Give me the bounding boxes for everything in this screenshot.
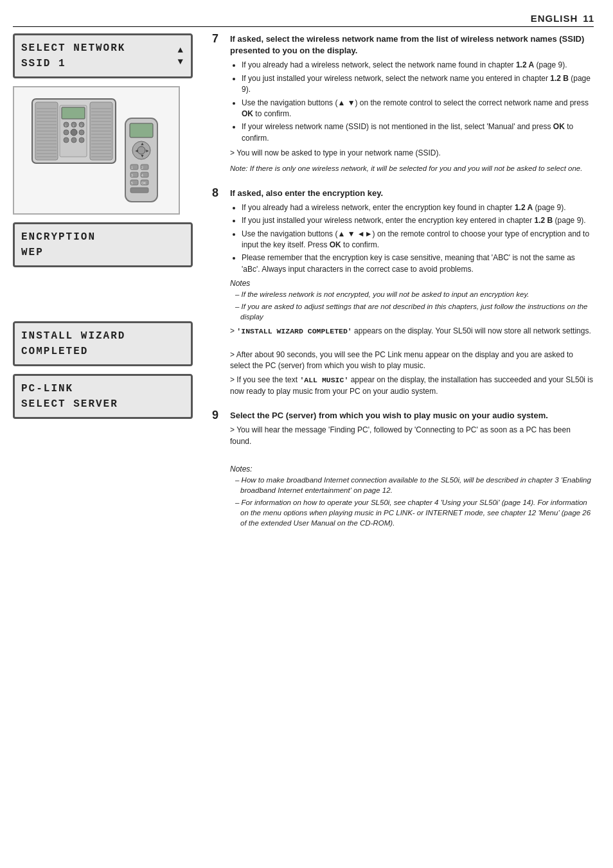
step-8-title: If asked, also enter the encryption key. [230,188,594,199]
page-header: ENGLISH 11 [13,13,594,27]
lcd-line2-select-network: SSID 1 [21,56,178,71]
step-7-bullet-3: Use the navigation buttons (▲ ▼) on the … [242,98,594,120]
step-9-bottom-notes: Notes: How to make broadband Internet co… [230,465,594,528]
device-svg: 1 2 3 ▲ ▼ ◄ ► [26,93,167,208]
device-image: 1 2 3 ▲ ▼ ◄ ► [13,86,180,215]
lcd-select-network-text: SELECT NETWORK SSID 1 [21,40,178,71]
svg-text:4: 4 [141,173,143,177]
step-9-content: Select the PC (server) from which you wi… [230,410,594,532]
lcd-install-wizard-line1: INSTALL WIZARD [21,328,184,344]
spacer-1 [13,275,193,314]
step-8-notes-list: If the wireless network is not encrypted… [230,289,594,322]
svg-point-42 [79,130,84,135]
step-8-arrow-1: 'INSTALL WIZARD COMPLETED' appears on th… [230,326,594,337]
svg-text:▲: ▲ [140,141,145,146]
page: ENGLISH 11 SELECT NETWORK SSID 1 ▲ ▼ [0,0,613,868]
step-8-bullet-3: Use the navigation buttons (▲ ▼ ◄►) on t… [242,229,594,251]
lcd-encryption-line2: WEP [21,245,184,260]
svg-text:3: 3 [131,173,133,177]
step-9-notes-list: How to make broadband Internet connectio… [230,475,594,528]
step-8-content: If asked, also enter the encryption key.… [230,188,594,400]
step-7-title: If asked, select the wireless network na… [230,33,594,57]
language-label: ENGLISH [531,13,578,24]
step-7-bullet-1: If you already had a wireless network, s… [242,60,594,71]
svg-text:◄: ◄ [134,148,139,153]
step-7-arrow-1: You will now be asked to type in your ne… [230,148,594,159]
lcd-arrows: ▲ ▼ [178,46,184,66]
step-8-arrow-2: After about 90 seconds, you will see the… [230,350,594,372]
step-9-title: Select the PC (server) from which you wi… [230,410,594,421]
step-8-note-1: If the wireless network is not encrypted… [230,289,594,299]
left-column: SELECT NETWORK SSID 1 ▲ ▼ [13,33,206,849]
arrow-up-icon[interactable]: ▲ [178,46,184,55]
svg-rect-36 [62,107,85,119]
step-7-bullet-4: If your wireless network name (SSID) is … [242,121,594,144]
lcd-pc-link: PC-LINK SELECT SERVER [13,374,193,419]
step-8-bullet-2: If you just installed your wireless netw… [242,215,594,226]
svg-point-40 [64,130,69,135]
arrow-down-icon[interactable]: ▼ [178,57,184,66]
step-7-bullets: If you already had a wireless network, s… [230,60,594,144]
svg-point-43 [64,137,69,143]
step-9-arrow-1: You will hear the message 'Finding PC', … [230,425,594,447]
svg-text:2: 2 [141,166,143,170]
step-7-bullet-2: If you just installed your wireless netw… [242,73,594,96]
step-9-note-1: How to make broadband Internet connectio… [230,475,594,495]
lcd-line1-select-network: SELECT NETWORK [21,40,178,56]
svg-rect-63 [130,188,148,193]
lcd-encryption-line1: ENCRYPTION [21,229,184,245]
step-9: 9 Select the PC (server) from which you … [212,410,594,532]
lcd-install-wizard: INSTALL WIZARD COMPLETED [13,321,193,366]
step-8: 8 If asked, also enter the encryption ke… [212,188,594,400]
step-7-content: If asked, select the wireless network na… [230,33,594,177]
svg-text:▼: ▼ [140,154,145,158]
step-8-arrow-3: If you see the text 'ALL MUSIC' appear o… [230,375,594,397]
step-8-notes-label: Notes [230,279,594,288]
lcd-encryption: ENCRYPTION WEP [13,222,193,267]
svg-rect-50 [130,123,153,137]
content-area: SELECT NETWORK SSID 1 ▲ ▼ [13,33,594,849]
step-7-number: 7 [212,32,226,177]
step-8-note-2: If you are asked to adjust settings that… [230,301,594,322]
svg-point-41 [71,129,77,136]
page-number: 11 [583,13,594,24]
svg-text:5: 5 [131,181,133,185]
right-column: 7 If asked, select the wireless network … [206,33,594,849]
step-8-bullet-4: Please remember that the encryption key … [242,252,594,275]
step-8-number: 8 [212,186,226,400]
lcd-pc-link-line1: PC-LINK [21,381,184,396]
svg-point-44 [71,137,76,143]
svg-point-45 [79,137,84,143]
step-8-bullets: If you already had a wireless network, e… [230,202,594,275]
lcd-pc-link-line2: SELECT SERVER [21,396,184,412]
svg-text:OK: OK [141,181,147,185]
step-7: 7 If asked, select the wireless network … [212,33,594,177]
lcd-select-network: SELECT NETWORK SSID 1 ▲ ▼ [13,33,193,78]
step-8-bullet-1: If you already had a wireless network, e… [242,202,594,213]
step-9-number: 9 [212,409,226,532]
lcd-install-wizard-line2: COMPLETED [21,344,184,359]
step-9-note-2: For information on how to operate your S… [230,497,594,528]
svg-text:1: 1 [131,166,133,170]
step-7-note: Note: If there is only one wireless netw… [230,163,594,173]
step-9-notes-label: Notes: [230,465,594,474]
svg-text:►: ► [145,148,150,153]
step-8-notes-block: Notes If the wireless network is not enc… [230,279,594,322]
